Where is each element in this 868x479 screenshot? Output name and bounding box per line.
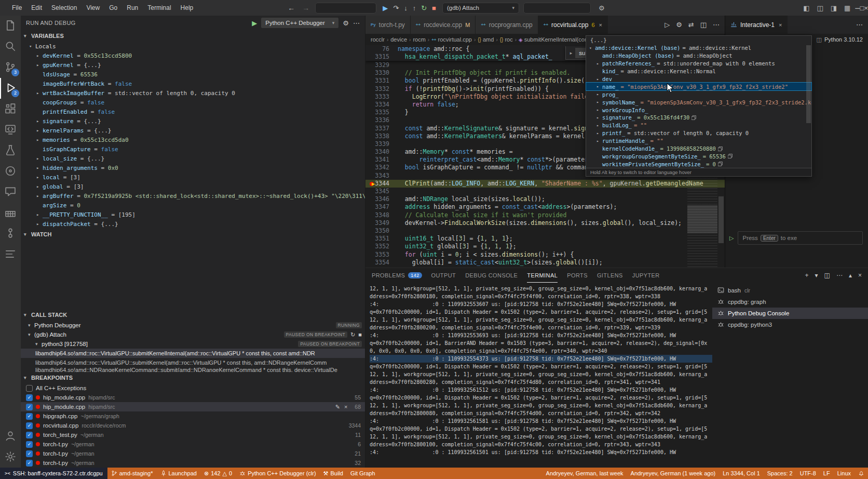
kernel-label[interactable]: Python 3.10.12 — [824, 36, 863, 43]
variable-row[interactable]: ▸ dispatchPacket = {...} — [21, 219, 365, 229]
git-branch-item[interactable]: amd-staging* — [107, 468, 157, 479]
variable-row[interactable]: ▸ gpuKernel = {...} — [21, 60, 365, 70]
debug-settings-gear-icon[interactable]: ⚙ — [343, 19, 349, 27]
variable-row[interactable]: ▸ kernelParams = {...} — [21, 126, 365, 135]
breakpoint-row[interactable]: ✓ rocvirtual.cpp rocclr/device/rocm 3344 — [21, 421, 365, 430]
terminal-output[interactable]: 12, 1, 1], workgroup=[512, 1, 1], privat… — [365, 283, 712, 468]
status-item[interactable]: LF — [820, 468, 834, 479]
menu-edit[interactable]: Edit — [26, 4, 47, 11]
git-graph-item[interactable]: Git Graph — [347, 468, 379, 479]
maximize-panel-icon[interactable]: ▴ — [849, 272, 852, 279]
build-item[interactable]: ⚒ Build — [320, 468, 347, 479]
find-expand-icon[interactable]: ▸ — [570, 50, 573, 56]
locals-group-row[interactable]: ▾ Locals — [21, 42, 365, 51]
command-center-left[interactable] — [315, 3, 376, 14]
breadcrumb-item[interactable]: ++rocvirtual.cpp — [431, 36, 472, 43]
variable-row[interactable]: ldsUsage = 65536 — [21, 70, 365, 79]
status-item[interactable]: UTF-8 — [796, 468, 820, 479]
breadcrumb-item[interactable]: {}roc — [500, 36, 513, 43]
checkbox-checked[interactable]: ✓ — [26, 460, 33, 467]
copy-value-icon[interactable] — [718, 162, 723, 166]
variables-section-header[interactable]: ▾ VARIABLES — [21, 30, 365, 42]
hover-variable-row[interactable]: ▸ runtimeHandle_ = "" — [586, 137, 811, 145]
copy-value-icon[interactable] — [718, 147, 723, 151]
close-panel-icon[interactable]: × — [858, 272, 862, 279]
breakpoint-row[interactable]: ✓ hip_module.cpp hipamd/src ✎× 68 — [21, 402, 365, 411]
minimize-button[interactable]: ─ — [855, 2, 860, 14]
tab-rocvirtual.cpp[interactable]: ++ rocvirtual.cpp 6 × — [538, 16, 608, 34]
panel-tab-problems[interactable]: PROBLEMS142 — [372, 268, 422, 283]
close-icon[interactable]: × — [779, 22, 782, 28]
more-actions-icon[interactable]: ⋯ — [713, 21, 720, 29]
panel-tab-output[interactable]: OUTPUT — [431, 268, 456, 283]
split-terminal-icon[interactable]: ◫ — [824, 272, 830, 279]
debug-session-picker[interactable]: (gdb) Attach ▾ — [442, 3, 519, 14]
panel-tab-gitlens[interactable]: GITLENS — [597, 268, 623, 283]
breakpoint-row[interactable]: ✓ torch-t.py ~/german 6 — [21, 440, 365, 449]
code-line-3353[interactable]: 3353 for (uint i = 0; i < sizes.dimensio… — [365, 251, 725, 259]
menu-selection[interactable]: Selection — [47, 4, 82, 11]
variable-row[interactable]: ▸ __PRETTY_FUNCTION__ = [195] — [21, 210, 365, 219]
code-line-3348[interactable]: 3348 // Calculate local size if it wasn'… — [365, 211, 725, 219]
menu-file[interactable]: File — [7, 4, 26, 11]
new-terminal-icon[interactable]: + — [805, 272, 809, 279]
status-item[interactable]: Spaces: 2 — [764, 468, 796, 479]
start-debugging-icon[interactable]: ▶ — [252, 19, 257, 27]
menu-terminal[interactable]: Terminal — [143, 4, 175, 11]
activity-remote-explorer[interactable] — [0, 119, 21, 140]
debugger-item[interactable]: Python C++ Debugger (clr) — [236, 468, 319, 479]
hover-scrollbar[interactable] — [806, 45, 811, 123]
code-line-3350[interactable]: 3350 — [365, 227, 725, 235]
tab-interactive-1[interactable]: Interactive-1 × — [725, 16, 788, 34]
restart-icon[interactable]: ↻ — [350, 331, 355, 338]
step-over-icon[interactable]: ↷ — [393, 4, 399, 12]
checkbox-checked[interactable]: ✓ — [26, 432, 33, 438]
hover-variable-row[interactable]: ▸ signature_ = 0x55c136fd4f30 — [586, 114, 811, 122]
breakpoints-section-header[interactable]: ▾ BREAKPOINTS — [21, 372, 365, 383]
stack-frame[interactable]: libamdhip64.so!amd::roc::VirtualGPU::sub… — [21, 358, 365, 367]
stop-icon[interactable]: ■ — [432, 4, 436, 12]
hover-variable-row[interactable]: ▾ amd::device::Kernel (base) = amd::devi… — [586, 44, 811, 52]
toggle-panel-icon[interactable]: ◫ — [813, 4, 826, 12]
tab-rocprogram.cpp[interactable]: ++ rocprogram.cpp — [476, 16, 538, 34]
stack-frame[interactable]: libamdhip64.so!amd::NDRangeKernelCommand… — [21, 367, 365, 372]
hover-variable-row[interactable]: ▸ symbolName_ = "miopenSp3AsmConv_v30_3_… — [586, 98, 811, 106]
edit-breakpoint-icon[interactable]: ✎ — [335, 404, 340, 410]
step-out-icon[interactable]: ↑ — [413, 4, 416, 12]
continue-icon[interactable]: ▶ — [383, 4, 388, 12]
activity-source-control[interactable]: 3 — [0, 57, 21, 78]
variable-row[interactable]: printfEnabled = false — [21, 107, 365, 116]
variable-row[interactable]: imageBufferWrtBack = false — [21, 79, 365, 88]
hover-variable-row[interactable]: workgroupGroupSegmentByteSize_ = 65536 — [586, 152, 811, 160]
toggle-sidebar-right-icon[interactable]: ◨ — [827, 4, 840, 12]
more-icon[interactable]: ⋯ — [836, 272, 843, 279]
hover-variable-row[interactable]: kernelCodeHand1e_ = 139986858250880 — [586, 145, 811, 153]
code-line-3345[interactable]: 3345 — [365, 188, 725, 195]
code-line-3351[interactable]: 3351 uint16_t local[3] = {1, 1, 1}; — [365, 235, 725, 243]
remote-indicator[interactable]: >< SSH: banff-cyxtera-S72-2.ctr.dcgpu — [0, 468, 107, 479]
variable-row[interactable]: coopGroups = false — [21, 98, 365, 107]
hover-variable-row[interactable]: workitemPrivateSegmentByteSize_ = 0 — [586, 160, 811, 168]
open-changes-icon[interactable]: ⇄ — [688, 21, 694, 29]
panel-tab-jupyter[interactable]: JUPYTER — [632, 268, 660, 283]
watch-section-header[interactable]: ▾ WATCH — [21, 229, 365, 240]
panel-tab-ports[interactable]: PORTS — [567, 268, 588, 283]
settings-icon[interactable]: ⚙ — [676, 21, 682, 29]
variable-row[interactable]: ▸ global = [3] — [21, 182, 365, 191]
code-line-3349[interactable]: 3349 devKernel->FindLocalWorkSize(sizes.… — [365, 219, 725, 227]
launch-config-select[interactable]: Python C++ Debugger ▾ — [261, 18, 338, 28]
activity-notebook[interactable] — [0, 161, 21, 182]
activity-search[interactable] — [0, 36, 21, 57]
run-cell-icon[interactable]: ▷ — [729, 235, 734, 242]
terminal-session-cppdbg-python3[interactable]: cppdbg: python3 — [712, 319, 868, 330]
panel-tab-debug-console[interactable]: DEBUG CONSOLE — [465, 268, 518, 283]
nav-back-icon[interactable]: ← — [286, 4, 296, 12]
activity-settings[interactable] — [0, 447, 21, 468]
checkbox-checked[interactable]: ✓ — [26, 450, 33, 457]
terminal-picker-icon[interactable]: ▾ — [815, 272, 818, 279]
interactive-input[interactable]: Press Enter to exe — [738, 231, 863, 245]
hover-variable-row[interactable]: ▸ buildLog_ = "" — [586, 122, 811, 129]
status-item[interactable]: Andryeyev, German, last week — [542, 468, 627, 479]
copy-value-icon[interactable] — [691, 115, 696, 120]
hover-variable-row[interactable]: ▸ patchReferences_ = std::unordered_map … — [586, 60, 811, 68]
